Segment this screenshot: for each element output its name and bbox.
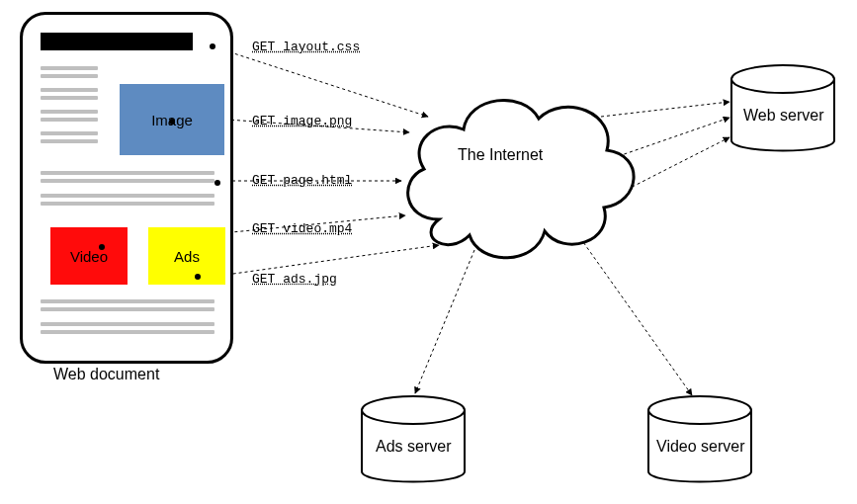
text-line	[41, 88, 98, 92]
svg-point-14	[362, 396, 465, 424]
web-server-label: Web server	[743, 107, 824, 125]
text-line	[41, 118, 98, 122]
image-label: Image	[151, 112, 193, 128]
text-line	[41, 110, 98, 114]
svg-point-10	[214, 180, 220, 186]
text-line	[41, 194, 214, 198]
text-line	[41, 131, 98, 135]
video-label: Video	[70, 248, 108, 265]
svg-line-6	[613, 118, 729, 158]
svg-line-0	[213, 46, 428, 117]
text-line	[41, 96, 98, 100]
text-line	[41, 299, 214, 303]
video-asset: Video	[50, 227, 128, 285]
text-line	[41, 307, 214, 311]
internet-cloud	[390, 71, 647, 279]
video-server-label: Video server	[656, 438, 745, 456]
web-document-caption: Web document	[53, 366, 159, 383]
text-line	[41, 330, 214, 334]
svg-point-15	[648, 396, 751, 424]
text-line	[41, 74, 98, 78]
text-line	[41, 171, 214, 175]
ads-asset: Ads	[148, 227, 225, 285]
ads-label: Ads	[174, 248, 200, 265]
request-image: GET image.png	[252, 114, 352, 128]
text-line	[41, 139, 98, 143]
text-line	[41, 202, 214, 206]
svg-point-13	[731, 65, 834, 93]
request-video: GET video.mp4	[252, 221, 352, 236]
request-layout: GET layout.css	[252, 40, 360, 54]
text-line	[41, 66, 98, 70]
svg-line-5	[601, 102, 729, 117]
cloud-label: The Internet	[458, 146, 543, 164]
text-line	[41, 322, 214, 326]
request-page: GET page.html	[252, 173, 352, 188]
request-ads: GET ads.jpg	[252, 272, 337, 287]
doc-header-bar	[41, 33, 193, 50]
image-asset: Image	[120, 84, 224, 155]
svg-line-7	[611, 137, 729, 198]
text-line	[41, 179, 214, 183]
ads-server-label: Ads server	[376, 438, 451, 456]
web-document: Image Video Ads	[20, 12, 233, 364]
svg-point-8	[210, 43, 215, 49]
